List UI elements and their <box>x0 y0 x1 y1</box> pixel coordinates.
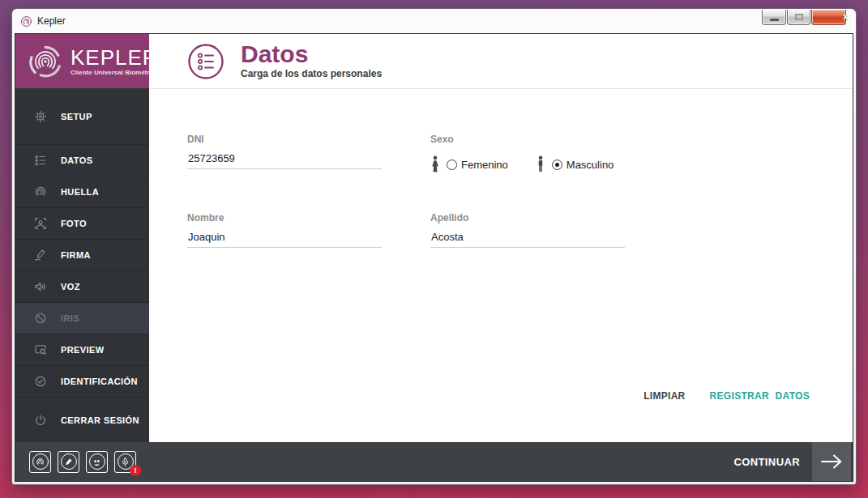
main-panel: Datos Carga de los datos personales DNI … <box>149 34 853 442</box>
sexo-label: Sexo <box>430 134 673 145</box>
sidebar-item-datos[interactable]: DATOS <box>15 145 149 177</box>
photo-person-icon <box>33 216 48 231</box>
sidebar-item-label: SETUP <box>61 112 92 121</box>
apellido-input[interactable] <box>430 231 625 248</box>
femenino-label: Femenino <box>461 159 508 171</box>
sidebar-item-label: PREVIEW <box>61 345 105 355</box>
dni-input[interactable] <box>187 152 382 169</box>
sidebar-item-huella[interactable]: HUELLA <box>15 177 149 208</box>
blocked-icon <box>33 311 48 326</box>
sidebar-item-label: DATOS <box>61 155 93 165</box>
sidebar-item-label: FIRMA <box>61 250 91 260</box>
sidebar-item-label: IDENTIFICACIÓN <box>61 377 138 386</box>
main-header: Datos Carga de los datos personales <box>149 34 853 89</box>
sidebar-item-cerrar-sesion[interactable]: CERRAR SESIÓN <box>15 398 149 442</box>
brand-tagline: Cliente Universal Biométrico <box>71 69 159 76</box>
sidebar-item-label: CERRAR SESIÓN <box>61 415 139 425</box>
power-icon <box>33 413 48 428</box>
window-title: Kepler <box>37 15 66 27</box>
list-icon <box>33 153 48 168</box>
fingerprint-icon <box>33 185 48 199</box>
page-title: Datos <box>241 40 382 67</box>
kepler-logo-fingerprint-icon <box>27 43 64 80</box>
microphone-status-icon[interactable]: ! <box>114 451 136 473</box>
signature-status-icon[interactable] <box>58 451 79 473</box>
biometric-status-icons: ! <box>29 451 136 473</box>
datos-list-circle-icon <box>187 43 224 80</box>
radio-option-femenino[interactable]: Femenino <box>430 155 508 174</box>
apellido-label: Apellido <box>430 212 625 223</box>
speaker-icon <box>33 279 48 294</box>
sidebar-item-firma[interactable]: FIRMA <box>15 240 149 271</box>
sidebar-item-voz[interactable]: VOZ <box>15 271 149 303</box>
form-actions: LIMPIAR REGISTRAR DATOS <box>644 390 810 402</box>
nombre-field-group: Nombre <box>187 212 382 248</box>
brand-name: KEPLER <box>71 47 159 68</box>
nombre-input[interactable] <box>187 231 382 248</box>
sidebar-menu: SETUP DATOS <box>15 88 149 442</box>
nombre-label: Nombre <box>187 212 382 223</box>
gear-icon <box>33 109 48 124</box>
dni-field-group: DNI <box>187 134 382 169</box>
maximize-button[interactable] <box>787 10 810 25</box>
titlebar[interactable]: Kepler x <box>12 9 856 33</box>
page-subtitle: Carga de los datos personales <box>241 68 382 79</box>
limpiar-button[interactable]: LIMPIAR <box>644 390 685 402</box>
masculino-radio[interactable] <box>552 160 562 170</box>
arrow-right-icon <box>819 453 844 470</box>
sidebar-item-label: VOZ <box>61 282 80 292</box>
document-magnifier-icon <box>33 343 48 357</box>
sidebar-item-label: HUELLA <box>61 187 99 197</box>
sidebar-item-label: FOTO <box>61 219 87 228</box>
female-icon <box>430 155 440 174</box>
sidebar-item-label: IRIS <box>61 313 79 323</box>
male-icon <box>536 155 545 174</box>
sidebar-item-setup[interactable]: SETUP <box>15 88 149 145</box>
microphone-alert-badge: ! <box>130 465 141 476</box>
femenino-radio[interactable] <box>447 160 457 170</box>
sidebar-item-iris[interactable]: IRIS <box>15 303 149 334</box>
sidebar-item-identificacion[interactable]: IDENTIFICACIÓN <box>15 366 149 398</box>
registrar-datos-button[interactable]: REGISTRAR DATOS <box>710 390 810 402</box>
datos-form: DNI Sexo Femenino <box>149 89 853 442</box>
app-content: KEPLER Cliente Universal Biométrico SETU… <box>15 33 853 482</box>
continuar-arrow-button[interactable] <box>812 442 851 481</box>
dni-label: DNI <box>187 134 382 145</box>
sexo-field-group: Sexo Femenino <box>430 134 673 174</box>
masculino-label: Masculino <box>567 159 614 171</box>
sidebar-item-preview[interactable]: PREVIEW <box>15 334 149 366</box>
logo-header: KEPLER Cliente Universal Biométrico <box>15 34 149 88</box>
bottom-bar: ! CONTINUAR <box>15 442 853 481</box>
check-circle-icon <box>33 374 48 389</box>
face-status-icon[interactable] <box>86 451 108 473</box>
close-button[interactable]: x <box>811 10 846 25</box>
minimize-button[interactable] <box>762 10 786 25</box>
radio-option-masculino[interactable]: Masculino <box>536 155 614 174</box>
fingerprint-status-icon[interactable] <box>29 451 51 473</box>
continuar-label[interactable]: CONTINUAR <box>733 456 800 468</box>
app-window: Kepler x <box>11 8 857 485</box>
sidebar-item-foto[interactable]: FOTO <box>15 208 149 240</box>
apellido-field-group: Apellido <box>430 212 625 248</box>
pen-signature-icon <box>33 248 48 262</box>
sidebar: KEPLER Cliente Universal Biométrico SETU… <box>15 34 149 442</box>
kepler-fingerprint-icon <box>20 15 32 28</box>
